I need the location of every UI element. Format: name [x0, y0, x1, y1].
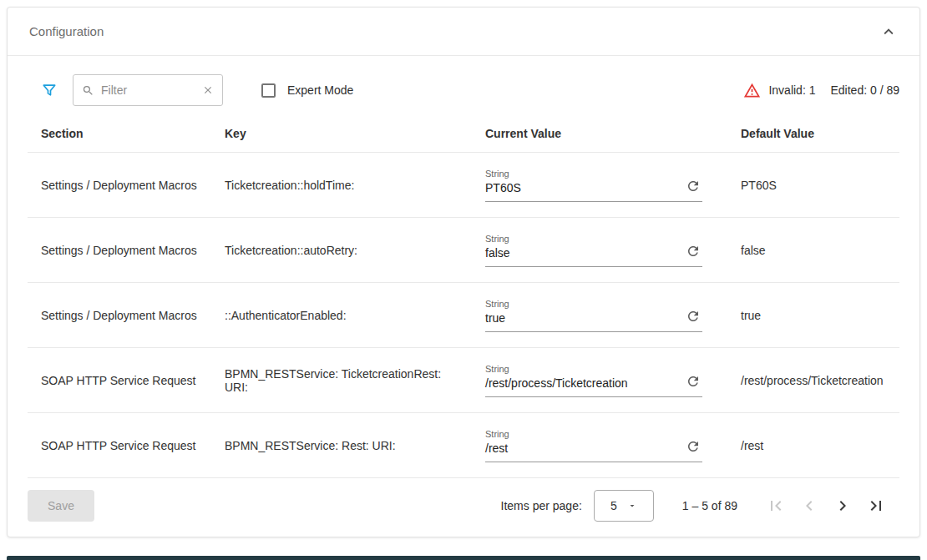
panel-header[interactable]: Configuration — [8, 8, 919, 56]
current-value-input[interactable]: false — [485, 246, 702, 260]
current-value-field: String false — [485, 234, 702, 267]
cell-default-value: false — [727, 244, 899, 257]
items-per-page-value: 5 — [610, 499, 617, 512]
current-value-input[interactable]: true — [485, 311, 702, 325]
configuration-panel: Configuration Expert — [7, 7, 920, 537]
table-row: Settings / Deployment Macros Ticketcreat… — [28, 153, 899, 218]
value-type-label: String — [485, 299, 702, 309]
cell-default-value: true — [727, 309, 899, 322]
chevron-down-icon — [627, 501, 637, 511]
filter-funnel-icon — [41, 82, 58, 98]
current-value-field: String /rest — [485, 429, 702, 462]
cell-section: Settings / Deployment Macros — [28, 179, 211, 192]
cell-section: SOAP HTTP Service Request — [28, 439, 211, 452]
page-range-label: 1 – 5 of 89 — [682, 499, 737, 512]
table-header-row: Section Key Current Value Default Value — [28, 114, 899, 153]
current-value-input[interactable]: /rest/process/Ticketcreation — [485, 376, 702, 391]
column-header-current-value: Current Value — [472, 127, 727, 140]
value-type-label: String — [485, 234, 702, 244]
reset-to-default-button[interactable] — [686, 179, 701, 194]
checkbox-box — [261, 83, 276, 98]
edited-count-label: Edited: 0 / 89 — [830, 83, 899, 97]
cell-section: Settings / Deployment Macros — [28, 309, 211, 322]
table-body: Settings / Deployment Macros Ticketcreat… — [28, 153, 899, 478]
current-value-field: String PT60S — [485, 169, 702, 202]
chevron-up-icon — [879, 23, 898, 41]
refresh-icon — [686, 374, 701, 389]
cell-section: Settings / Deployment Macros — [28, 244, 211, 257]
cell-key: ::AuthenticatorEnabled: — [211, 309, 472, 322]
collapse-panel-button[interactable] — [879, 23, 898, 41]
next-page-button[interactable] — [826, 489, 859, 522]
cell-default-value: /rest/process/Ticketcreation — [727, 374, 899, 387]
value-type-label: String — [485, 364, 702, 374]
cell-key: BPMN_RESTService: TicketcreationRest: UR… — [211, 367, 472, 394]
cell-current-value: String /rest — [472, 429, 727, 462]
cell-key: Ticketcreation::autoRetry: — [211, 244, 472, 257]
table-row: Settings / Deployment Macros Ticketcreat… — [28, 218, 899, 283]
reset-to-default-button[interactable] — [686, 244, 701, 259]
toolbar: Expert Mode Invalid: 1 Edited: 0 / 89 — [8, 56, 919, 114]
expert-mode-checkbox[interactable]: Expert Mode — [261, 83, 353, 98]
cell-current-value: String PT60S — [472, 169, 727, 202]
cell-current-value: String false — [472, 234, 727, 267]
last-page-icon — [866, 496, 886, 516]
expert-mode-label: Expert Mode — [287, 83, 353, 97]
cell-key: Ticketcreation::holdTime: — [211, 179, 472, 192]
cell-default-value: /rest — [727, 439, 899, 452]
table-row: Settings / Deployment Macros ::Authentic… — [28, 283, 899, 348]
paginator: Items per page: 5 1 – 5 of 89 — [501, 489, 893, 522]
clear-filter-button[interactable] — [202, 84, 214, 96]
first-page-button[interactable] — [759, 489, 793, 522]
page-title: Configuration — [29, 24, 104, 38]
value-type-label: String — [485, 429, 702, 439]
search-icon — [82, 84, 94, 97]
cell-current-value: String true — [472, 299, 727, 332]
invalid-count-label: Invalid: 1 — [768, 83, 815, 97]
column-header-default-value: Default Value — [727, 127, 899, 140]
close-icon — [202, 84, 214, 96]
next-panel-top-edge — [7, 556, 920, 560]
table-row: SOAP HTTP Service Request BPMN_RESTServi… — [28, 348, 899, 413]
current-value-field: String /rest/process/Ticketcreation — [485, 364, 702, 397]
footer: Save Items per page: 5 1 – 5 of 89 — [8, 482, 919, 537]
status-group: Invalid: 1 Edited: 0 / 89 — [743, 82, 899, 99]
column-header-section: Section — [28, 127, 211, 140]
save-button[interactable]: Save — [28, 490, 94, 522]
items-per-page-label: Items per page: — [501, 499, 582, 512]
configuration-table: Section Key Current Value Default Value … — [28, 114, 899, 482]
items-per-page-select[interactable]: 5 — [594, 490, 654, 522]
warning-icon — [743, 82, 761, 99]
refresh-icon — [686, 439, 701, 454]
column-header-key: Key — [211, 127, 472, 140]
reset-to-default-button[interactable] — [686, 309, 701, 324]
table-row: SOAP HTTP Service Request BPMN_RESTServi… — [28, 413, 899, 478]
first-page-icon — [766, 496, 786, 516]
refresh-icon — [686, 309, 701, 324]
filter-input[interactable] — [101, 83, 195, 97]
previous-page-button[interactable] — [793, 489, 826, 522]
current-value-input[interactable]: PT60S — [485, 181, 702, 195]
refresh-icon — [686, 244, 701, 259]
last-page-button[interactable] — [859, 489, 893, 522]
cell-current-value: String /rest/process/Ticketcreation — [472, 364, 727, 397]
refresh-icon — [686, 179, 701, 194]
current-value-input[interactable]: /rest — [485, 441, 702, 456]
cell-section: SOAP HTTP Service Request — [28, 374, 211, 387]
filter-toggle-button[interactable] — [41, 82, 58, 98]
reset-to-default-button[interactable] — [686, 439, 701, 454]
cell-key: BPMN_RESTService: Rest: URI: — [211, 439, 472, 452]
value-type-label: String — [485, 169, 702, 179]
reset-to-default-button[interactable] — [686, 374, 701, 389]
chevron-left-icon — [799, 496, 819, 516]
current-value-field: String true — [485, 299, 702, 332]
chevron-right-icon — [833, 496, 853, 516]
filter-field — [73, 74, 223, 106]
cell-default-value: PT60S — [727, 179, 899, 192]
